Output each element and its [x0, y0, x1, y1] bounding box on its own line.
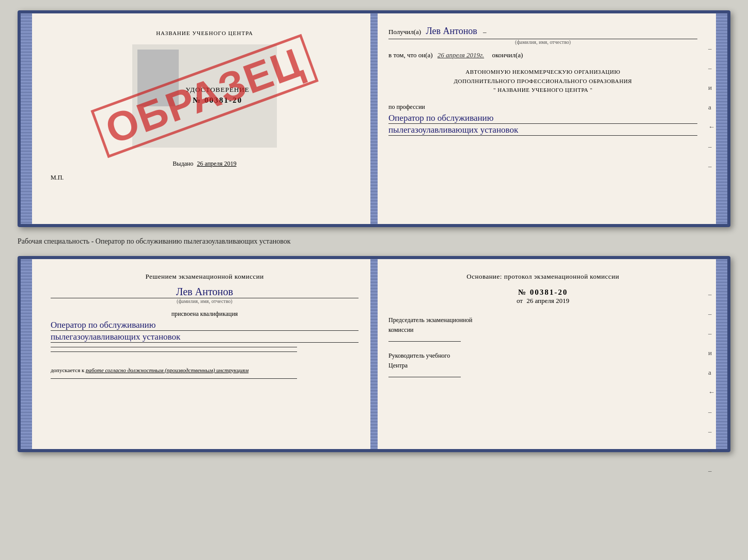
- director-signature-line: [388, 377, 461, 377]
- book-spine-bottom: [370, 259, 378, 449]
- photo-placeholder: [137, 50, 179, 106]
- commission-text: Решением экзаменационной комиссии: [51, 271, 359, 282]
- received-line: Получил(а) Лев Антонов –: [388, 26, 697, 37]
- bottom-left-page: Решением экзаменационной комиссии Лев Ан…: [21, 259, 374, 449]
- basis-text: Основание: протокол экзаменационной коми…: [388, 271, 697, 282]
- recipient-name-bottom: Лев Антонов: [51, 286, 359, 298]
- issued-date: 26 апреля 2019: [197, 160, 236, 167]
- middle-specialty-label: Рабочая специальность - Оператор по обсл…: [18, 235, 730, 248]
- protocol-date: от 26 апреля 2019: [388, 297, 697, 305]
- fio-label-top: (фамилия, имя, отчество): [388, 39, 697, 45]
- allow-text: работе согласно должностным (производств…: [86, 367, 248, 373]
- qual-assigned-label: присвоена квалификация: [51, 310, 359, 318]
- top-right-page: Получил(а) Лев Антонов – (фамилия, имя, …: [374, 13, 727, 224]
- bottom-certificate: Решением экзаменационной комиссии Лев Ан…: [18, 256, 730, 452]
- bottom-right-page: Основание: протокол экзаменационной коми…: [374, 259, 727, 449]
- fio-label-bottom: (фамилия, имя, отчество): [51, 298, 359, 304]
- profession-line1: Оператор по обслуживанию: [388, 113, 697, 124]
- recipient-name-top: Лев Антонов: [426, 26, 477, 36]
- qual-line2: пылегазоулавливающих установок: [51, 332, 359, 343]
- school-name-top: НАЗВАНИЕ УЧЕБНОГО ЦЕНТРА: [51, 30, 359, 36]
- mp-label: М.П.: [51, 174, 359, 182]
- date-line: в том, что он(а) 26 апреля 2019г. окончи…: [388, 51, 697, 59]
- right-binding-texture-top: [716, 13, 727, 224]
- issued-line: Выдано 26 апреля 2019: [51, 160, 359, 168]
- director-block: Руководитель учебного Центра: [388, 351, 697, 381]
- top-left-page: НАЗВАНИЕ УЧЕБНОГО ЦЕНТРА УДОСТОВЕРЕНИЕ №…: [21, 13, 374, 224]
- top-certificate: НАЗВАНИЕ УЧЕБНОГО ЦЕНТРА УДОСТОВЕРЕНИЕ №…: [18, 10, 730, 227]
- org-block: АВТОНОМНУЮ НЕКОММЕРЧЕСКУЮ ОРГАНИЗАЦИЮ ДО…: [388, 68, 697, 95]
- fio-block-bottom: Лев Антонов (фамилия, имя, отчество): [51, 286, 359, 304]
- side-marks-top: – – и а ← – –: [708, 44, 715, 170]
- book-spine-top: [370, 13, 378, 224]
- qual-line1: Оператор по обслуживанию: [51, 320, 359, 331]
- allow-label: допускается к работе согласно должностны…: [51, 366, 359, 374]
- side-marks-bottom: – – – и а ← – – – –: [708, 290, 715, 475]
- chairman-signature-line: [388, 341, 461, 342]
- cert-date: 26 апреля 2019г.: [438, 51, 484, 59]
- cert-number: № 00381-20: [185, 96, 250, 105]
- profession-label: по профессии: [388, 103, 697, 111]
- profession-line2: пылегазоулавливающих установок: [388, 125, 697, 136]
- cert-label: УДОСТОВЕРЕНИЕ: [185, 86, 250, 94]
- protocol-date-value: 26 апреля 2019: [526, 297, 569, 305]
- chairman-block: Председатель экзаменационной комиссии: [388, 315, 697, 345]
- right-binding-texture-bottom: [716, 259, 727, 449]
- protocol-number: № 00381-20: [388, 288, 697, 297]
